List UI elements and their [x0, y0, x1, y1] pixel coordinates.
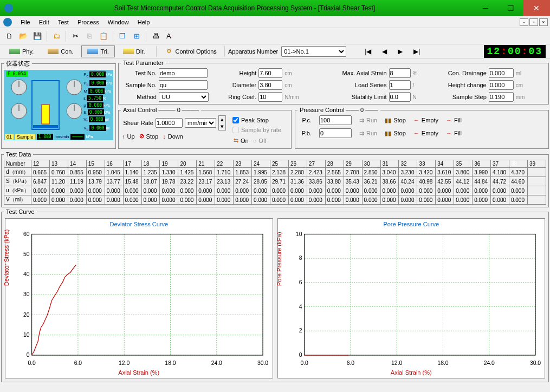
menu-help[interactable]: Help: [133, 18, 154, 27]
menu-test[interactable]: Test: [54, 18, 73, 27]
svg-text:12.0: 12.0: [119, 360, 130, 366]
pc-empty-button[interactable]: ←Empty: [413, 117, 438, 123]
pump-off-button: ○Off: [253, 138, 267, 144]
svg-text:30.0: 30.0: [529, 360, 540, 366]
step-input[interactable]: [489, 92, 514, 102]
pump-on-button[interactable]: ⇆On: [234, 137, 249, 144]
nav-first-button[interactable]: |◀: [365, 48, 371, 55]
svg-text:24.0: 24.0: [211, 360, 222, 366]
clock-display: 12:00:03: [484, 45, 546, 58]
pc-stop-button[interactable]: ▮▮Stop: [385, 117, 406, 124]
loadseries-input[interactable]: [389, 80, 411, 90]
svg-text:10: 10: [295, 231, 302, 237]
mode-tri[interactable]: Tri.: [81, 45, 114, 57]
menu-window[interactable]: Window: [103, 18, 133, 27]
mdi-close-button[interactable]: ×: [539, 18, 548, 26]
shear-rate-unit-select[interactable]: mm/min: [185, 118, 216, 128]
pc-fill-button[interactable]: →Fill: [446, 117, 462, 123]
tile-icon[interactable]: ⊞: [131, 30, 143, 42]
svg-text:2: 2: [299, 328, 302, 334]
pb-fill-button[interactable]: →Fill: [446, 130, 462, 136]
window-title: Soil Test Microcomputer Control Data Acq…: [16, 4, 473, 12]
apparatus-select[interactable]: 01->No.1: [281, 46, 346, 57]
toolbar: 🗋 📂 💾 🗂 ✂ ⎘ 📋 ❐ ⊞ 🖶 A↓: [0, 28, 550, 44]
svg-text:12.0: 12.0: [391, 360, 402, 366]
open-icon[interactable]: 📂: [17, 30, 29, 42]
method-select[interactable]: UU: [159, 92, 209, 102]
test-no-input[interactable]: [159, 68, 208, 78]
instrument-status-panel: 仪器状态 F 0.054 Pc 0.000kPa Pb 0.000kPa M 0…: [1, 60, 116, 149]
gauge-screen: F 0.054 Pc 0.000kPa Pb 0.000kPa M 0.000k…: [4, 70, 113, 140]
svg-text:0: 0: [299, 352, 302, 358]
paste-icon[interactable]: 📋: [98, 30, 109, 42]
svg-text:18.0: 18.0: [165, 360, 176, 366]
svg-text:0: 0: [27, 352, 30, 358]
pb-run-button[interactable]: ⇉Run: [359, 130, 377, 137]
properties-icon[interactable]: 🗂: [50, 30, 62, 42]
close-button[interactable]: ✕: [523, 0, 550, 16]
maxstrain-input[interactable]: [389, 68, 411, 78]
axial-stop-button[interactable]: ⊘Stop: [139, 133, 159, 140]
menu-bar: File Edit Test Process Window Help - ▫ ×: [0, 16, 550, 28]
svg-text:6: 6: [299, 279, 302, 285]
nav-prev-button[interactable]: ◀: [382, 48, 387, 55]
pb-empty-button[interactable]: ←Empty: [413, 130, 438, 136]
cascade-icon[interactable]: ❐: [117, 30, 128, 42]
apparatus-label: Apparatus Number: [228, 48, 278, 55]
svg-rect-10: [33, 125, 58, 128]
svg-text:4: 4: [299, 304, 302, 310]
menu-process[interactable]: Process: [73, 18, 103, 27]
svg-text:10: 10: [23, 332, 30, 338]
cut-icon[interactable]: ✂: [69, 30, 81, 42]
mode-dir[interactable]: Dir.: [117, 45, 151, 57]
diameter-input[interactable]: [258, 80, 282, 90]
hchange-input[interactable]: [489, 80, 514, 90]
drainage-input[interactable]: [489, 68, 514, 78]
font-icon[interactable]: A↓: [164, 30, 176, 42]
app-icon: [4, 4, 13, 12]
pc-run-button[interactable]: ⇉Run: [359, 117, 377, 124]
save-icon[interactable]: 💾: [31, 30, 43, 42]
svg-text:40: 40: [23, 271, 30, 277]
new-icon[interactable]: 🗋: [3, 30, 15, 42]
mode-con[interactable]: Con.: [42, 45, 79, 57]
svg-text:24.0: 24.0: [483, 360, 494, 366]
shear-rate-input[interactable]: [156, 118, 183, 128]
svg-rect-9: [42, 104, 49, 124]
menu-edit[interactable]: Edit: [35, 18, 54, 27]
svg-text:0.0: 0.0: [28, 360, 36, 366]
peak-stop-check[interactable]: [232, 115, 239, 125]
mdi-minimize-button[interactable]: -: [520, 18, 528, 26]
print-icon[interactable]: 🖶: [150, 30, 161, 42]
test-data-panel: Test Data Number121314151617181920212223…: [1, 151, 549, 207]
svg-text:20: 20: [23, 312, 30, 318]
menu-file[interactable]: File: [16, 18, 35, 27]
stability-input[interactable]: [389, 92, 411, 102]
nav-next-button[interactable]: ▶: [398, 48, 403, 55]
data-table[interactable]: Number1213141516171819202122232425262728…: [4, 160, 546, 205]
maximize-button[interactable]: ☐: [498, 0, 523, 16]
axial-down-button[interactable]: ↓Down: [163, 133, 183, 140]
copy-icon[interactable]: ⎘: [83, 30, 95, 42]
pressure-control-panel: Pressure Control ─── 0 ─── P.c. ⇉Run ▮▮S…: [295, 107, 549, 149]
sample-no-input[interactable]: [159, 80, 208, 90]
axial-up-button[interactable]: ↑Up: [122, 133, 135, 140]
nav-last-button[interactable]: ▶|: [413, 48, 420, 55]
mdi-restore-button[interactable]: ▫: [529, 18, 538, 26]
deviator-chart: Deviator Stress Curve Deviator Stress (k…: [5, 218, 273, 378]
control-options-button[interactable]: ⚙Control Options: [162, 48, 221, 55]
minimize-button[interactable]: ─: [473, 0, 498, 16]
pc-input[interactable]: [319, 115, 352, 125]
sample-by-rate-check: [232, 125, 239, 135]
height-input[interactable]: [258, 68, 282, 78]
svg-text:8: 8: [299, 255, 302, 261]
ring-input[interactable]: [258, 92, 282, 102]
test-curve-panel: Test Curve Deviator Stress Curve Deviato…: [1, 208, 549, 382]
svg-rect-62: [304, 234, 535, 355]
svg-text:0.0: 0.0: [300, 360, 308, 366]
rate-stepper[interactable]: ▴▾: [218, 115, 226, 130]
pb-stop-button[interactable]: ▮▮Stop: [385, 130, 406, 137]
svg-text:30: 30: [23, 291, 30, 297]
pb-input[interactable]: [319, 128, 352, 138]
mode-phy[interactable]: Phy.: [3, 45, 40, 57]
